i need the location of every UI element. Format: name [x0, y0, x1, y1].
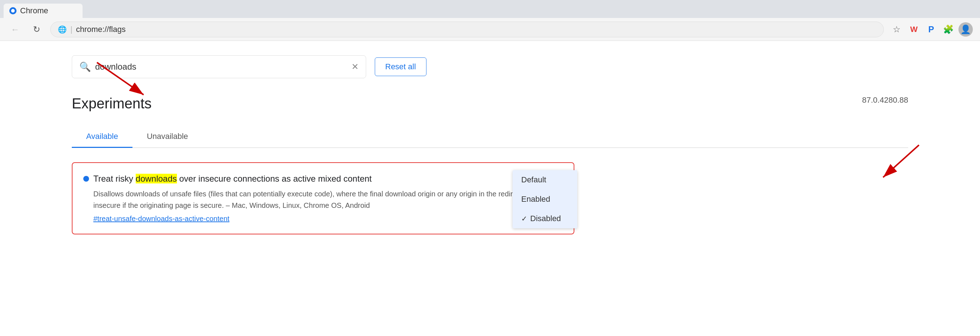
browser-frame: Chrome ← ↻ 🌐 | chrome://flags ☆ W P 🧩 👤 …: [0, 0, 980, 336]
tab-favicon-icon: [10, 7, 16, 14]
option-default-label: Default: [521, 175, 546, 185]
url-favicon-icon: 🌐: [58, 25, 67, 34]
svg-line-3: [883, 145, 919, 177]
option-disabled-label: Disabled: [530, 214, 561, 223]
flag-title-row: Treat risky downloads over insecure conn…: [83, 174, 563, 184]
page-content: 🔍 ✕ Reset all Experiments 87.0.4280.88 A…: [0, 41, 980, 336]
bookmark-button[interactable]: ☆: [889, 22, 904, 37]
tab-unavailable[interactable]: Unavailable: [132, 126, 202, 148]
tab-available[interactable]: Available: [72, 126, 132, 148]
reset-all-button[interactable]: Reset all: [375, 57, 426, 76]
flag-title-highlight: downloads: [136, 174, 177, 183]
search-section: 🔍 ✕ Reset all: [72, 55, 908, 78]
tab-title: Chrome: [20, 6, 48, 16]
check-icon: ✓: [521, 214, 527, 223]
flag-description: Disallows downloads of unsafe files (fil…: [93, 188, 563, 211]
search-box: 🔍 ✕: [72, 55, 366, 78]
url-bar[interactable]: 🌐 | chrome://flags: [50, 22, 884, 37]
annotation-arrow-2: [797, 142, 923, 195]
search-input[interactable]: [95, 62, 347, 72]
clear-search-icon[interactable]: ✕: [352, 62, 359, 72]
url-separator: |: [70, 25, 73, 34]
flag-title-suffix: over insecure connections as active mixe…: [177, 174, 372, 183]
profile-button[interactable]: 👤: [958, 22, 973, 37]
back-button[interactable]: ←: [7, 22, 23, 37]
search-icon: 🔍: [80, 61, 91, 73]
page-header: Experiments 87.0.4280.88: [72, 96, 908, 111]
option-default[interactable]: Default: [512, 170, 577, 189]
dropdown-menu: Default Enabled ✓ Disabled: [512, 170, 577, 228]
flag-item: Treat risky downloads over insecure conn…: [72, 162, 574, 234]
flag-title: Treat risky downloads over insecure conn…: [93, 174, 372, 184]
flag-title-prefix: Treat risky: [93, 174, 136, 183]
flag-anchor-link[interactable]: #treat-unsafe-downloads-as-active-conten…: [93, 215, 229, 223]
page-title: Experiments: [72, 96, 151, 111]
option-enabled[interactable]: Enabled: [512, 189, 577, 209]
browser-actions: ☆ W P 🧩 👤: [889, 22, 973, 37]
option-disabled[interactable]: ✓ Disabled: [512, 209, 577, 228]
flag-status-dot: [83, 176, 89, 182]
translate-button[interactable]: P: [924, 22, 939, 37]
url-text: chrome://flags: [76, 25, 126, 34]
extensions-button[interactable]: 🧩: [941, 22, 956, 37]
refresh-button[interactable]: ↻: [29, 22, 45, 37]
address-bar: ← ↻ 🌐 | chrome://flags ☆ W P 🧩 👤: [0, 18, 980, 41]
tab-bar: Chrome: [0, 0, 980, 18]
option-enabled-label: Enabled: [521, 194, 550, 204]
browser-tab[interactable]: Chrome: [3, 3, 83, 18]
w-button[interactable]: W: [907, 22, 921, 37]
version-text: 87.0.4280.88: [862, 96, 908, 105]
tabs-section: Available Unavailable: [72, 126, 908, 148]
